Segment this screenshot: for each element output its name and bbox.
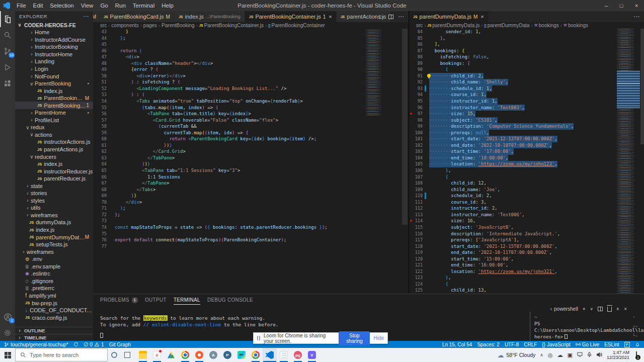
clock-widget[interactable]: 1:47 AM 12/23/2021 <box>607 350 629 360</box>
extensions-icon[interactable] <box>0 75 15 92</box>
code-line-69[interactable]: 69 )} <box>93 193 409 199</box>
tree-item-wireframes[interactable]: ›wireframes <box>15 212 93 219</box>
panel-tab-debug-console[interactable]: DEBUG CONSOLE <box>207 294 253 306</box>
onedrive-cloud-icon[interactable]: ☁ <box>557 352 563 358</box>
code-line-121[interactable]: 121 end_time: '16:00:00', <box>409 262 644 268</box>
explorer-more-actions-icon[interactable]: ⋯ <box>84 13 90 20</box>
close-panel-icon[interactable]: × <box>624 306 627 312</box>
timeline-section[interactable]: › TIMELINE <box>15 334 93 341</box>
shell-dropdown-icon[interactable]: ∨ <box>590 307 593 311</box>
code-line-115[interactable]: 115 subject: 'JavaScriptB', <box>409 224 644 231</box>
code-line-102[interactable]: 102········end_date: '2022-10-10T07:00:0… <box>409 142 644 149</box>
terminal-instances-list[interactable]: › ┌› └› <box>631 312 644 341</box>
code-line-52[interactable]: 52 <LoadingComponent message="Loading Bo… <box>93 85 409 92</box>
code-line-60[interactable]: 60 return <ParentBookingCard key={idx} b… <box>93 136 409 142</box>
code-line-104[interactable]: 104········end_time: '18:00:00', <box>409 155 644 161</box>
code-line-47[interactable]: 47 <div> <box>93 54 409 60</box>
code-line-65[interactable]: 65 <TabPane tab="1:1 Sessions" key="3"> <box>93 167 409 174</box>
menu-edit[interactable]: Edit <box>30 0 47 11</box>
code-line-61[interactable]: 61 })} <box>93 142 409 149</box>
minimap-2[interactable] <box>617 29 640 294</box>
tree-item-.gitignore[interactable]: ◇.gitignore <box>15 278 93 285</box>
code-line-98[interactable]: 98········subject: 'CS101', <box>409 117 644 124</box>
action-center-icon[interactable]: 1 <box>636 352 637 358</box>
code-line-111[interactable]: 111 course_id: 3, <box>409 199 644 206</box>
code-line-74[interactable]: 74const mapStateToProps = state => ({ bo… <box>93 224 409 231</box>
code-line-85[interactable]: 85 }, <box>409 35 644 42</box>
minimap-1[interactable] <box>366 30 387 116</box>
code-line-45[interactable]: 45 <box>93 41 409 48</box>
app-pgadmin-icon[interactable]: pg <box>291 348 305 362</box>
breadcrumb-src[interactable]: src <box>100 23 107 28</box>
tree-item-instructorbooking[interactable]: ›InstructorBooking <box>15 43 93 51</box>
kill-terminal-icon[interactable] <box>607 307 612 312</box>
code-line-55[interactable]: 55 {tabs.map((item, index) => ( <box>93 105 409 111</box>
code-editor-2[interactable]: 84 sender_id: 1,85 },86 ],87 bookings: {… <box>409 29 644 294</box>
code-line-50[interactable]: 50 <div>{error}</div> <box>93 73 409 79</box>
problems-item[interactable]: 0 1 <box>84 342 104 347</box>
hide-link[interactable]: Hide <box>373 335 384 341</box>
eol-sequence[interactable]: CRLF <box>524 342 537 347</box>
panel-tab-terminal[interactable]: TERMINAL <box>174 294 200 306</box>
account-icon[interactable]: 1 <box>0 309 15 325</box>
close-button[interactable]: × <box>629 0 644 11</box>
tree-item-parentreducer.js[interactable]: JSparentReducer.js <box>15 175 93 183</box>
new-terminal-icon[interactable]: + <box>583 306 586 312</box>
code-line-96[interactable]: 96········instructor_name: 'Test003', <box>409 105 644 111</box>
tree-item-index.js[interactable]: JSindex.js <box>15 160 93 168</box>
breadcrumb-parentbookingcontainer.js[interactable]: JSParentBookingContainer.js <box>199 23 264 28</box>
tree-item-setuptests.js[interactable]: JSsetupTests.js <box>15 241 93 248</box>
code-line-54[interactable]: 54 <Tabs animated="true" tabPosition="to… <box>93 98 409 105</box>
code-line-86[interactable]: 86 ], <box>409 41 644 48</box>
app-audio-recorder-icon[interactable]: A <box>206 348 220 362</box>
code-line-112[interactable]: 112 instructor_id: 2, <box>409 205 644 212</box>
code-line-56[interactable]: 56 <TabPane tab={item.title} key={index}… <box>93 111 409 117</box>
app-loom-icon[interactable] <box>192 348 206 362</box>
tree-item-code_of_conduct.md[interactable]: ↓CODE_OF_CONDUCT.md <box>15 307 93 314</box>
tree-item-amplify.yml[interactable]: !amplify.yml <box>15 292 93 300</box>
more-actions-icon[interactable]: ⋯ <box>398 13 405 20</box>
code-line-62[interactable]: 62 </Card.Grid> <box>93 148 409 155</box>
close-tab-icon[interactable]: × <box>480 14 484 20</box>
app-notepad-icon[interactable] <box>277 348 291 362</box>
shell-selector[interactable]: › powershell <box>550 306 578 312</box>
tree-item-index.js[interactable]: JSindex.js <box>15 87 93 95</box>
menu-run[interactable]: Run <box>112 0 129 11</box>
tree-item-instructoractions.js[interactable]: JSinstructorActions.js <box>15 138 93 146</box>
breadcrumb-components[interactable]: components <box>111 23 138 28</box>
code-line-107[interactable]: 107 { <box>409 174 644 180</box>
code-line-48[interactable]: 48 <div className="header"></div> <box>93 60 409 67</box>
code-line-103[interactable]: 103········start_time: '17:00:00', <box>409 148 644 155</box>
start-button[interactable] <box>0 348 15 362</box>
network-icon[interactable] <box>577 352 583 358</box>
prettier-icon[interactable]: P <box>624 342 630 347</box>
code-line-72[interactable]: 72}; <box>93 212 409 218</box>
tree-item-reducers[interactable]: ∨reducers <box>15 153 93 160</box>
code-line-88[interactable]: 88 isFetching: false, <box>409 54 644 60</box>
hidden-icons-chevron[interactable]: ∧ <box>540 352 543 357</box>
tree-item-craco.config.js[interactable]: JScraco.config.js <box>15 314 93 321</box>
app-file-explorer-icon[interactable] <box>136 348 150 362</box>
code-line-101[interactable]: 101········start_date: '2021-12-13T07:00… <box>409 136 644 142</box>
indentation[interactable]: Spaces: 2 <box>477 342 499 347</box>
menu-view[interactable]: View <box>77 0 97 11</box>
tree-item-styles[interactable]: ›styles <box>15 197 93 205</box>
panel-tab-output[interactable]: OUTPUT <box>145 294 167 306</box>
breadcrumb-bookings[interactable]: ⚒bookings <box>534 23 559 28</box>
language-mode[interactable]: {}JavaScript <box>542 342 570 347</box>
code-line-109[interactable]: 109 child_name: 'Joe', <box>409 187 644 193</box>
source-control-icon[interactable]: 10 <box>0 43 15 59</box>
code-line-91[interactable]: 91········child_id: 2, <box>409 73 644 79</box>
code-line-58[interactable]: 58 {currentTab && <box>93 123 409 130</box>
taskbar-search-input[interactable]: Type here to search <box>15 348 108 361</box>
split-editor-icon[interactable] <box>388 15 393 19</box>
cortana-icon[interactable] <box>108 352 121 358</box>
tree-item-stories[interactable]: ›stories <box>15 190 93 197</box>
code-line-43[interactable]: 43 } <box>93 29 409 35</box>
tab-index.js[interactable]: JSindex.js...\ParentBooking <box>175 11 245 22</box>
code-line-108[interactable]: 108 child_id: 12, <box>409 180 644 187</box>
code-line-57[interactable]: 57 <Card.Grid hoverable="False" classNam… <box>93 117 409 124</box>
tree-item-login[interactable]: ›Login <box>15 65 93 73</box>
run-debug-icon[interactable] <box>0 59 15 75</box>
settings-gear-icon[interactable] <box>0 325 15 341</box>
